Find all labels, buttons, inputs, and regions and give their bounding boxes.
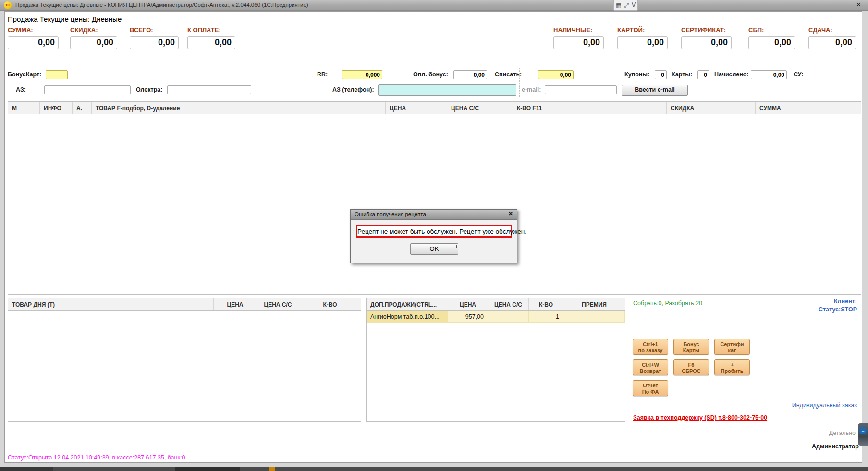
taskbar-segment bbox=[269, 467, 275, 471]
column-header-m: М bbox=[8, 102, 40, 114]
total-label: ВСЕГО: bbox=[130, 26, 179, 34]
dialog-error-message: Рецепт не может быть обслужен. Рецепт уж… bbox=[356, 225, 512, 238]
su-label: СУ: bbox=[794, 71, 804, 78]
ctrl1-po-zakazu-button[interactable]: Ctrl+1 по заказу bbox=[633, 339, 668, 355]
olektra-input[interactable] bbox=[167, 85, 251, 94]
column-header-cena: ЦЕНА bbox=[214, 298, 257, 310]
grid-icon[interactable]: ▦ bbox=[616, 2, 621, 9]
total-value-field[interactable]: 0,00 bbox=[130, 36, 179, 49]
total-value-field[interactable]: 0,00 bbox=[553, 36, 604, 49]
button-line: кат bbox=[715, 347, 749, 354]
column-header-tovar: ТОВАР F-подбор, D-удаление bbox=[92, 102, 386, 114]
os-taskbar[interactable] bbox=[0, 467, 868, 471]
column-header-kvo: К-ВО bbox=[529, 298, 563, 310]
button-line: СБРОС bbox=[674, 368, 709, 374]
rr-input[interactable] bbox=[342, 70, 382, 79]
upsell-product-name[interactable]: АнгиоНорм таб.п.о.100... bbox=[367, 311, 448, 323]
dialog-close-icon[interactable]: ✕ bbox=[508, 211, 513, 217]
total-value-field[interactable]: 0,00 bbox=[808, 36, 856, 49]
az-phone-label: АЗ (телефон): bbox=[332, 87, 374, 93]
total-sertifikat: СЕРТИФИКАТ: 0,00 bbox=[681, 26, 732, 49]
product-day-table: ТОВАР ДНЯ (Т) ЦЕНА ЦЕНА С/С К-ВО bbox=[8, 298, 361, 422]
writeoff-label: Списать: bbox=[495, 71, 522, 78]
ctrlw-vozvrat-button[interactable]: Ctrl+W Возврат bbox=[633, 359, 668, 375]
total-value-field[interactable]: 0,00 bbox=[681, 36, 732, 49]
button-line: по заказу bbox=[633, 347, 668, 354]
assemble-disassemble-link[interactable]: Собрать:0, Разобрать:20 bbox=[633, 300, 702, 307]
button-line: Отчет bbox=[633, 383, 668, 389]
chevron-down-icon[interactable]: ᐯ bbox=[632, 2, 636, 9]
coupons-input[interactable] bbox=[655, 70, 667, 79]
total-nalichnye: НАЛИЧНЫЕ: 0,00 bbox=[553, 26, 604, 49]
dialog-ok-button[interactable]: OK bbox=[410, 243, 458, 255]
bonus-card-input[interactable] bbox=[46, 70, 68, 79]
cash-register-status: Статус:Открыта 12.04.2021 10:49:39, в ка… bbox=[8, 454, 185, 461]
total-label: СКИДКА: bbox=[70, 26, 117, 34]
client-link[interactable]: Клиент: bbox=[834, 298, 857, 305]
total-value-field[interactable]: 0,00 bbox=[187, 36, 235, 49]
form-separator bbox=[268, 68, 268, 97]
cards-count-input[interactable] bbox=[697, 70, 709, 79]
upsell-qty: 1 bbox=[529, 311, 563, 323]
probit-button[interactable]: + Пробить bbox=[714, 359, 750, 375]
remote-support-widget[interactable]: ↔ bbox=[858, 423, 868, 446]
current-user-label: Администратор bbox=[812, 443, 859, 450]
upsell-header-row: ДОП.ПРОДАЖИ(CTRL... ЦЕНА ЦЕНА С/С К-ВО П… bbox=[367, 298, 625, 311]
sale-table-header-row: М ИНФО А. ТОВАР F-подбор, D-удаление ЦЕН… bbox=[8, 102, 861, 114]
support-request-link[interactable]: Заявка в техподдержку (SD) т.8-800-302-7… bbox=[633, 414, 767, 421]
pos-application-window: 1С Продажа Текущие цены: Дневные - КОПИЯ… bbox=[0, 0, 868, 471]
az-phone-input[interactable] bbox=[378, 84, 516, 96]
otchet-po-fa-button[interactable]: Отчет По ФА bbox=[633, 380, 668, 396]
total-summa: СУММА: 0,00 bbox=[8, 26, 59, 49]
column-header-tovar-dnya: ТОВАР ДНЯ (Т) bbox=[8, 298, 214, 310]
total-value-field[interactable]: 0,00 bbox=[70, 36, 117, 49]
paid-bonus-input[interactable] bbox=[453, 70, 487, 79]
az-input[interactable] bbox=[44, 85, 131, 94]
upsell-table: ДОП.ПРОДАЖИ(CTRL... ЦЕНА ЦЕНА С/С К-ВО П… bbox=[366, 298, 625, 422]
taskbar-segment bbox=[175, 467, 240, 471]
sertifikat-button[interactable]: Сертифи кат bbox=[714, 339, 750, 355]
total-vsego: ВСЕГО: 0,00 bbox=[130, 26, 179, 49]
total-value-field[interactable]: 0,00 bbox=[8, 36, 59, 49]
f6-sbros-button[interactable]: F6 СБРОС bbox=[673, 359, 709, 375]
button-line: Бонус bbox=[674, 341, 709, 347]
total-skidka: СКИДКА: 0,00 bbox=[70, 26, 117, 49]
upsell-table-row[interactable]: АнгиоНорм таб.п.о.100... 957,00 1 bbox=[367, 311, 625, 323]
accrued-input[interactable] bbox=[751, 70, 787, 79]
bonus-karty-button[interactable]: Бонус Карты bbox=[673, 339, 709, 355]
button-line: По ФА bbox=[633, 389, 668, 395]
enter-email-button[interactable]: Ввести e-mail bbox=[622, 85, 688, 96]
button-line: Ctrl+1 bbox=[633, 341, 668, 347]
window-title: Продажа Текущие цены: Дневные - КОПИЯ ЦЕ… bbox=[15, 2, 308, 8]
total-k-oplate: К ОПЛАТЕ: 0,00 bbox=[187, 26, 235, 49]
column-header-cena-cc: ЦЕНА С/С bbox=[488, 298, 529, 310]
taskbar-segment bbox=[0, 467, 53, 471]
column-header-kvo: К-ВО bbox=[299, 298, 361, 310]
total-value-field[interactable]: 0,00 bbox=[617, 36, 668, 49]
column-header-cena: ЦЕНА bbox=[448, 298, 488, 310]
titlebar-toolbar: ▦ ⤢ ᐯ bbox=[613, 0, 638, 11]
total-label: СУММА: bbox=[8, 26, 59, 34]
1c-app-icon: 1С bbox=[4, 1, 12, 9]
writeoff-input[interactable] bbox=[538, 70, 574, 79]
total-sdacha: СДАЧА: 0,00 bbox=[808, 26, 856, 49]
client-status-link[interactable]: Статус:STOP bbox=[819, 306, 857, 313]
expand-icon[interactable]: ⤢ bbox=[624, 2, 629, 9]
detail-label[interactable]: Детально bbox=[829, 430, 856, 436]
title-bar: 1С Продажа Текущие цены: Дневные - КОПИЯ… bbox=[0, 0, 868, 11]
form-separator bbox=[519, 68, 520, 97]
total-label: СДАЧА: bbox=[808, 26, 856, 34]
total-value-field[interactable]: 0,00 bbox=[748, 36, 795, 49]
button-line: Возврат bbox=[633, 368, 668, 374]
product-day-header-row: ТОВАР ДНЯ (Т) ЦЕНА ЦЕНА С/С К-ВО bbox=[8, 298, 361, 311]
az-label: АЗ: bbox=[16, 87, 26, 93]
column-header-cena: ЦЕНА bbox=[386, 102, 447, 114]
individual-order-link[interactable]: Индивидуальный заказ bbox=[792, 402, 857, 409]
column-header-info: ИНФО bbox=[40, 102, 73, 114]
window-close-button[interactable]: ✕ bbox=[856, 1, 861, 8]
total-label: К ОПЛАТЕ: bbox=[187, 26, 235, 34]
column-header-dop-prodazhi: ДОП.ПРОДАЖИ(CTRL... bbox=[367, 298, 448, 310]
cards-label: Карты: bbox=[672, 71, 692, 78]
email-label: e-mail: bbox=[522, 87, 541, 93]
email-input[interactable] bbox=[545, 85, 617, 94]
